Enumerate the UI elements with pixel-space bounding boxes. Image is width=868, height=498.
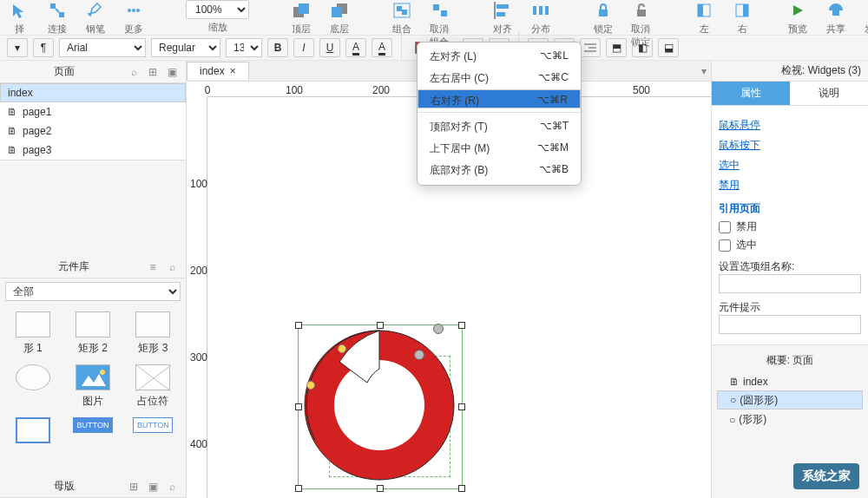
bold-button[interactable]: B	[267, 38, 288, 57]
widget-item[interactable]	[7, 417, 58, 443]
widget-item[interactable]: 图片	[67, 364, 118, 409]
watermark: 系统之家	[793, 463, 859, 489]
interaction-link[interactable]: 鼠标悬停	[719, 118, 861, 133]
valign-bot[interactable]: ⬓	[658, 38, 679, 57]
tool-zoom[interactable]: 100%缩放	[186, 0, 249, 34]
outline-row[interactable]: ○(圆形形)	[717, 390, 863, 410]
tabs-menu-icon[interactable]: ▾	[697, 64, 711, 78]
widget-item[interactable]: 矩形 3	[128, 311, 179, 356]
svg-rect-13	[433, 4, 439, 10]
inspector-header: 检视: Widgets (3)	[712, 61, 868, 82]
svg-marker-27	[793, 5, 803, 16]
disable-checkbox[interactable]: 禁用	[719, 220, 861, 234]
menu-item-align-bottom[interactable]: 底部对齐 (B)⌥⌘B	[418, 160, 581, 181]
page-icon: 🗎	[729, 376, 740, 388]
svg-rect-24	[698, 4, 703, 16]
shape-icon: ○	[729, 414, 735, 426]
main-toolbar: 择 连接 钢笔 更多 100%缩放 顶层 底层 组合 取消 组合 对齐 分布 锁…	[0, 0, 868, 35]
zoom-select[interactable]: 100%	[186, 0, 249, 19]
outline-row[interactable]: 🗎index	[717, 373, 863, 390]
paragraph-dropdown[interactable]: ¶	[33, 38, 54, 57]
left-sidebar: 页面 ⌕ ⊞ ▣ index 🗎page1 🗎page2 🗎page3 元件库 …	[0, 61, 186, 498]
valign-top[interactable]: ⬒	[606, 38, 627, 57]
inspector-tabs: 属性 说明	[712, 82, 868, 106]
add-page-icon[interactable]: ⊞	[146, 65, 160, 79]
library-category[interactable]: 全部	[5, 282, 181, 301]
widget-item[interactable]: BUTTON	[128, 417, 179, 443]
page-row[interactable]: index	[0, 83, 186, 102]
interaction-link[interactable]: 鼠标按下	[719, 138, 861, 153]
add-icon[interactable]: ⊞	[127, 480, 141, 494]
valign-mid[interactable]: ◧	[632, 38, 653, 57]
donut-shape[interactable]	[301, 327, 457, 483]
tool-select[interactable]: 择	[9, 0, 30, 36]
widget-item[interactable]: BUTTON	[67, 417, 118, 443]
search-icon[interactable]: ⌕	[165, 480, 179, 494]
pages-list: index 🗎page1 🗎page2 🗎page3	[0, 83, 186, 161]
search-icon[interactable]: ⌕	[127, 65, 141, 79]
hint-input[interactable]	[719, 315, 861, 334]
menu-separator	[418, 112, 581, 113]
arc-handle[interactable]	[414, 350, 424, 360]
hint-field: 元件提示	[719, 300, 861, 334]
weight-select[interactable]: Regular	[151, 38, 220, 57]
underline-button[interactable]: U	[319, 38, 340, 57]
folder-icon[interactable]: ▣	[165, 65, 179, 79]
outline-row[interactable]: ○(形形)	[717, 410, 863, 429]
shape-handle[interactable]	[306, 381, 315, 390]
menu-item-align-hcenter[interactable]: 左右居中 (C)⌥⌘C	[418, 68, 581, 89]
size-select[interactable]: 13	[226, 38, 262, 57]
align-right[interactable]	[580, 38, 601, 57]
tool-left[interactable]: 左	[694, 0, 714, 36]
menu-item-align-vcenter[interactable]: 上下居中 (M)⌥⌘M	[418, 138, 581, 160]
folder-icon[interactable]: ▣	[146, 480, 160, 494]
rotate-handle[interactable]	[433, 324, 444, 334]
interactions-pane: 鼠标悬停 鼠标按下 选中 禁用 引用页面 禁用 选中 设置选项组名称: 元件提示	[712, 106, 868, 344]
page-row[interactable]: 🗎page1	[0, 102, 186, 121]
tool-preview[interactable]: 预览	[787, 0, 808, 36]
page-row[interactable]: 🗎page2	[0, 121, 186, 141]
widget-item[interactable]: 矩形 2	[67, 311, 118, 356]
interaction-link[interactable]: 选中	[719, 158, 861, 173]
page-row[interactable]: 🗎page3	[0, 141, 186, 160]
menu-item-align-left[interactable]: 左对齐 (L)⌥⌘L	[418, 46, 581, 68]
master-header: 母版 ⊞ ▣ ⌕	[0, 475, 186, 498]
tool-connect[interactable]: 连接	[47, 0, 68, 36]
tool-pen[interactable]: 钢笔	[85, 0, 106, 36]
close-icon[interactable]: ×	[230, 65, 236, 77]
svg-point-5	[136, 9, 140, 12]
tool-share[interactable]: 共享	[825, 0, 846, 36]
interaction-link[interactable]: 禁用	[719, 178, 861, 193]
menu-item-align-right[interactable]: 右对齐 (R)⌥⌘R	[418, 89, 581, 108]
tool-publish[interactable]: 发布	[864, 0, 868, 36]
widget-item[interactable]	[7, 364, 58, 409]
widget-item[interactable]: 占位符	[128, 364, 179, 409]
shape-handle[interactable]	[338, 344, 346, 353]
style-dropdown[interactable]: ▾	[7, 38, 28, 57]
tool-lock[interactable]: 锁定	[593, 0, 614, 36]
selected-checkbox[interactable]: 选中	[719, 238, 861, 252]
svg-rect-9	[332, 7, 342, 17]
tool-more[interactable]: 更多	[123, 0, 144, 36]
tool-right[interactable]: 右	[732, 0, 753, 36]
tool-distribute[interactable]: 分布	[530, 0, 551, 36]
widget-item[interactable]: 形 1	[7, 311, 58, 356]
page-tab[interactable]: index×	[187, 62, 249, 80]
menu-icon[interactable]: ≡	[146, 260, 160, 274]
tool-front[interactable]: 顶层	[291, 0, 312, 36]
italic-button[interactable]: I	[293, 38, 314, 57]
tab-properties[interactable]: 属性	[712, 82, 790, 105]
svg-rect-18	[533, 6, 536, 15]
tool-align[interactable]: 对齐	[492, 0, 513, 36]
textcolor-button[interactable]: A	[345, 38, 366, 57]
textcolor2-button[interactable]: A	[372, 38, 392, 57]
library-header: 元件库 ≡ ⌕	[0, 256, 186, 278]
menu-item-align-top[interactable]: 顶部对齐 (T)⌥⌘T	[418, 116, 581, 138]
pages-header: 页面 ⌕ ⊞ ▣	[0, 61, 186, 83]
search-icon[interactable]: ⌕	[165, 260, 179, 274]
tool-back[interactable]: 底层	[329, 0, 350, 36]
group-name-input[interactable]	[719, 274, 861, 293]
tab-notes[interactable]: 说明	[790, 82, 868, 105]
tool-group[interactable]: 组合	[391, 0, 412, 36]
font-select[interactable]: Arial	[59, 38, 146, 57]
